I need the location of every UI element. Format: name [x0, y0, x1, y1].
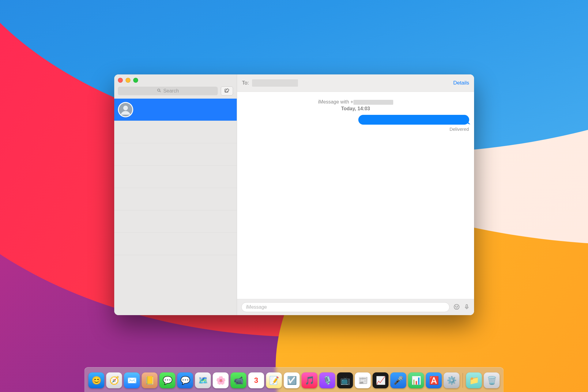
- dock-app-tv[interactable]: 📺: [337, 372, 353, 388]
- thread-timestamp: Today, 14:03: [318, 105, 393, 112]
- conversation-item[interactable]: [114, 99, 237, 121]
- dock-app-reminders[interactable]: ☑️: [284, 372, 300, 388]
- dock-app-news[interactable]: 📰: [355, 372, 371, 388]
- conversation-item[interactable]: [114, 233, 237, 255]
- conversation-pane: To: Details iMessage with + Today, 14:03…: [237, 74, 474, 315]
- svg-point-5: [454, 304, 459, 309]
- audio-record-button[interactable]: [464, 303, 470, 311]
- dock-app-appstore[interactable]: 🅰️: [426, 372, 442, 388]
- sidebar-toolbar: Search: [114, 84, 237, 99]
- dock-app-messages-alt[interactable]: 💬: [177, 372, 193, 388]
- dock-app-mail[interactable]: ✉️: [124, 372, 140, 388]
- conversation-item[interactable]: [114, 143, 237, 166]
- dock-app-safari[interactable]: 🧭: [106, 372, 122, 388]
- window-close-button[interactable]: [118, 78, 123, 83]
- emoji-button[interactable]: [453, 303, 460, 311]
- search-input[interactable]: Search: [118, 87, 218, 95]
- compose-bar: iMessage: [237, 299, 474, 315]
- svg-rect-8: [466, 304, 468, 307]
- message-row-outgoing: [242, 115, 469, 125]
- message-input-placeholder: iMessage: [246, 304, 267, 310]
- dock-separator: [463, 373, 463, 388]
- dock-app-music[interactable]: 🎵: [302, 372, 318, 388]
- dock-app-stocks[interactable]: 📈: [373, 372, 389, 388]
- dock-app-maps[interactable]: 🗺️: [195, 372, 211, 388]
- search-placeholder: Search: [163, 88, 179, 94]
- messages-window: Search: [114, 74, 474, 315]
- message-bubble[interactable]: [358, 115, 469, 125]
- dock-app-contacts[interactable]: 📒: [142, 372, 158, 388]
- svg-point-4: [123, 106, 128, 110]
- dock-app-calendar[interactable]: 3: [248, 372, 264, 388]
- svg-point-6: [455, 306, 456, 307]
- dock-app-photos[interactable]: 🌸: [213, 372, 229, 388]
- thread-meta: iMessage with + Today, 14:03: [318, 99, 393, 112]
- compose-button[interactable]: [221, 86, 233, 96]
- to-label: To:: [242, 80, 249, 86]
- message-thread: iMessage with + Today, 14:03 Delivered: [237, 92, 474, 299]
- window-zoom-button[interactable]: [133, 78, 138, 83]
- dock-app-finder[interactable]: 😊: [89, 372, 104, 388]
- svg-point-0: [158, 89, 160, 91]
- delivery-status: Delivered: [242, 126, 469, 132]
- dock: 😊 🧭 ✉️ 📒 💬 💬 🗺️ 🌸 📹 3 📝 ☑️ 🎵 🎙️ 📺 📰 📈 🎤 …: [85, 367, 504, 392]
- conversation-item[interactable]: [114, 210, 237, 233]
- svg-line-1: [160, 91, 161, 92]
- microphone-icon: [464, 303, 470, 311]
- conversation-header: To: Details: [237, 74, 474, 92]
- search-icon: [157, 88, 161, 94]
- conversation-item[interactable]: [114, 121, 237, 143]
- dock-app-notes[interactable]: 📝: [266, 372, 282, 388]
- conversation-item[interactable]: [114, 188, 237, 210]
- dock-trash[interactable]: 🗑️: [484, 372, 500, 388]
- calendar-day: 3: [254, 376, 258, 385]
- message-input[interactable]: iMessage: [241, 302, 450, 312]
- dock-app-numbers[interactable]: 📊: [408, 372, 424, 388]
- avatar: [118, 102, 133, 117]
- dock-app-facetime[interactable]: 📹: [231, 372, 247, 388]
- dock-folder-downloads[interactable]: 📁: [466, 372, 482, 388]
- dock-app-settings[interactable]: ⚙️: [444, 372, 460, 388]
- conversation-sidebar: Search: [114, 74, 237, 315]
- dock-app-messages[interactable]: 💬: [160, 372, 175, 388]
- svg-point-7: [457, 306, 458, 307]
- thread-meta-prefix: iMessage with +: [318, 99, 353, 104]
- dock-app-keynote[interactable]: 🎤: [390, 372, 406, 388]
- details-link[interactable]: Details: [453, 80, 469, 86]
- compose-icon: [224, 88, 230, 94]
- window-minimize-button[interactable]: [126, 78, 130, 83]
- emoji-icon: [453, 303, 460, 311]
- redacted-number: [353, 100, 393, 105]
- conversation-item[interactable]: [114, 166, 237, 188]
- dock-app-podcasts[interactable]: 🎙️: [319, 372, 335, 388]
- conversation-list: [114, 99, 237, 315]
- window-titlebar: [114, 74, 237, 84]
- recipient-field[interactable]: [252, 79, 298, 87]
